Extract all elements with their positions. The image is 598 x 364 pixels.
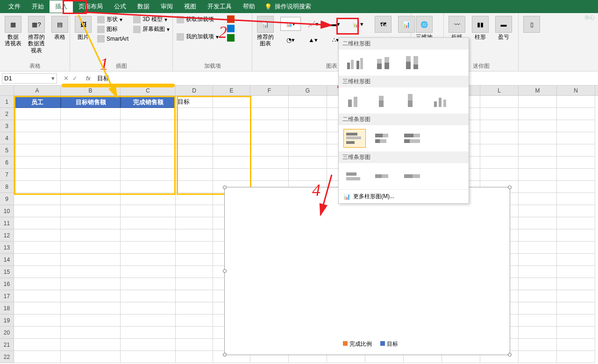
cell-C11[interactable] xyxy=(121,217,176,229)
tell-me[interactable]: 💡 操作说明搜索 xyxy=(264,2,311,11)
cell-N15[interactable] xyxy=(557,266,595,278)
row-header-9[interactable]: 9 xyxy=(0,193,14,205)
col-M[interactable]: M xyxy=(519,86,557,95)
cell-N2[interactable] xyxy=(557,108,595,120)
more-charts-button[interactable]: 📊更多柱形图(M)... xyxy=(339,189,469,203)
cell-D19[interactable] xyxy=(176,314,213,327)
cell-C21[interactable] xyxy=(121,339,176,351)
cell-M15[interactable] xyxy=(519,266,557,278)
chart-bar-button[interactable]: ▬▾ xyxy=(325,17,346,31)
cell-N1[interactable] xyxy=(557,96,595,108)
row-header-11[interactable]: 11 xyxy=(0,217,14,229)
cell-C16[interactable] xyxy=(121,278,176,290)
cell-A9[interactable] xyxy=(14,193,61,205)
opt-3d-100stacked[interactable] xyxy=(401,91,424,110)
cell-D22[interactable] xyxy=(176,351,213,363)
get-addins-button[interactable]: 获取加载项 xyxy=(176,15,220,24)
cell-M14[interactable] xyxy=(519,254,557,266)
cell-A16[interactable] xyxy=(14,278,61,290)
cell-D7[interactable] xyxy=(176,169,213,181)
cell-C20[interactable] xyxy=(121,327,176,339)
cell-A11[interactable] xyxy=(14,217,61,229)
cell-M3[interactable] xyxy=(519,120,557,132)
cell-D16[interactable] xyxy=(176,278,213,290)
row-header-4[interactable]: 4 xyxy=(0,132,14,144)
col-L[interactable]: L xyxy=(480,86,519,95)
row-header-18[interactable]: 18 xyxy=(0,302,14,314)
cell-D9[interactable] xyxy=(176,193,213,205)
cell-B18[interactable] xyxy=(61,302,121,314)
cell-C15[interactable] xyxy=(121,266,176,278)
cell-G5[interactable] xyxy=(289,144,327,157)
cell-M21[interactable] xyxy=(519,339,557,351)
cell-C14[interactable] xyxy=(121,254,176,266)
cell-D15[interactable] xyxy=(176,266,213,278)
cell-B7[interactable] xyxy=(61,169,121,181)
cell-B20[interactable] xyxy=(61,327,121,339)
resize-handle-w[interactable] xyxy=(223,269,227,273)
smartart-button[interactable]: SmartArt xyxy=(96,35,129,43)
cell-N13[interactable] xyxy=(557,242,595,254)
cell-M12[interactable] xyxy=(519,229,557,242)
cell-C2[interactable] xyxy=(121,108,176,120)
opt-3d-stacked-bar[interactable] xyxy=(372,167,395,186)
cell-B12[interactable] xyxy=(61,229,121,242)
cell-M11[interactable] xyxy=(519,217,557,229)
cell-N21[interactable] xyxy=(557,339,595,351)
rec-charts-button[interactable]: 📊推荐的 图表 xyxy=(255,15,276,48)
cell-C1[interactable]: 完成销售额 xyxy=(121,96,176,108)
spark-wl-button[interactable]: ▬盈亏 xyxy=(493,15,514,41)
resize-handle-ne[interactable] xyxy=(508,186,512,189)
cell-A20[interactable] xyxy=(14,327,61,339)
cell-B2[interactable] xyxy=(61,108,121,120)
menu-help[interactable]: 帮助 xyxy=(237,0,261,13)
row-header-16[interactable]: 16 xyxy=(0,278,14,290)
cell-M10[interactable] xyxy=(519,205,557,217)
row-header-12[interactable]: 12 xyxy=(0,229,14,242)
cell-N8[interactable] xyxy=(557,181,595,193)
cell-D13[interactable] xyxy=(176,242,213,254)
addin3-button[interactable] xyxy=(226,34,235,42)
cell-M1[interactable] xyxy=(519,96,557,108)
table-button[interactable]: ▤表格 xyxy=(50,15,70,41)
row-header-7[interactable]: 7 xyxy=(0,169,14,181)
cell-G7[interactable] xyxy=(289,169,327,181)
resize-handle-se[interactable] xyxy=(508,353,512,357)
row-header-2[interactable]: 2 xyxy=(0,108,14,120)
cell-M18[interactable] xyxy=(519,302,557,314)
cell-M17[interactable] xyxy=(519,290,557,302)
cell-D12[interactable] xyxy=(176,229,213,242)
cell-F2[interactable] xyxy=(250,108,289,120)
row-header-20[interactable]: 20 xyxy=(0,327,14,339)
cell-L1[interactable] xyxy=(480,96,519,108)
cell-F5[interactable] xyxy=(250,144,289,157)
cell-N14[interactable] xyxy=(557,254,595,266)
cell-B3[interactable] xyxy=(61,120,121,132)
cell-D10[interactable] xyxy=(176,205,213,217)
cell-M20[interactable] xyxy=(519,327,557,339)
pivot-table-button[interactable]: ▦数据 透视表 xyxy=(3,15,23,48)
rec-pivot-button[interactable]: ▦?推荐的 数据透视表 xyxy=(26,15,47,55)
col-A[interactable]: A xyxy=(14,86,61,95)
cell-E6[interactable] xyxy=(213,157,250,169)
row-header-17[interactable]: 17 xyxy=(0,290,14,302)
icons-button[interactable]: 图标 xyxy=(96,25,129,34)
cancel-formula-icon[interactable]: ✕ xyxy=(64,75,69,82)
cell-A5[interactable] xyxy=(14,144,61,157)
cell-D4[interactable] xyxy=(176,132,213,144)
cell-M19[interactable] xyxy=(519,314,557,327)
opt-clustered-col[interactable] xyxy=(343,53,366,72)
cell-A1[interactable]: 员工 xyxy=(14,96,61,108)
3dmodel-button[interactable]: 3D 模型 ▾ xyxy=(132,15,171,24)
cell-L7[interactable] xyxy=(480,169,519,181)
opt-stacked-col[interactable] xyxy=(372,53,395,72)
col-E[interactable]: E xyxy=(213,86,250,95)
cell-C8[interactable] xyxy=(121,181,176,193)
col-N[interactable]: N xyxy=(557,86,595,95)
menu-file[interactable]: 文件 xyxy=(3,0,26,13)
cell-B9[interactable] xyxy=(61,193,121,205)
cell-M7[interactable] xyxy=(519,169,557,181)
chart-stat-button[interactable]: 📊▾ xyxy=(348,17,368,31)
cell-C22[interactable] xyxy=(121,351,176,363)
cell-N17[interactable] xyxy=(557,290,595,302)
